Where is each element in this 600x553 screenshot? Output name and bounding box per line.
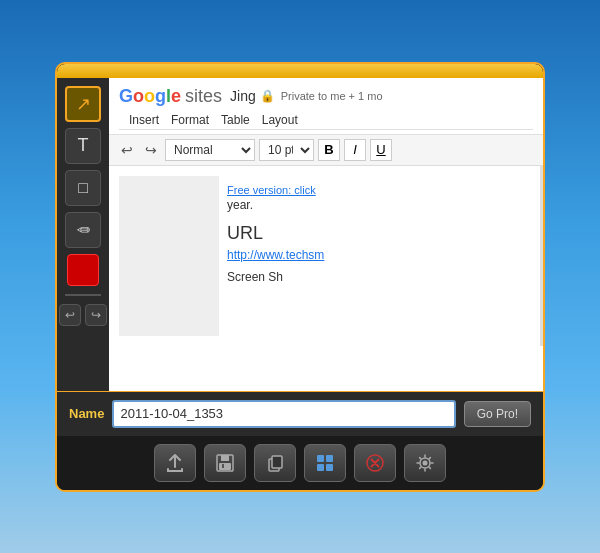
year-text: year. (227, 196, 525, 215)
main-area: ↗ T □ ✏ ↩ ↪ Google sites Jing 🔒 (57, 78, 543, 391)
url-link[interactable]: http://www.techsm (227, 248, 525, 262)
format-dropdown[interactable]: Normal (165, 139, 255, 161)
free-version-link[interactable]: Free version: click (227, 184, 525, 196)
rectangle-tool-button[interactable]: □ (65, 170, 101, 206)
editor-content: Free version: click year. URL http://www… (109, 166, 543, 346)
sites-label: sites (185, 86, 222, 107)
sites-nav: Insert Format Table Layout (119, 111, 533, 130)
copy-button[interactable] (254, 444, 296, 482)
text-tool-button[interactable]: T (65, 128, 101, 164)
svg-rect-1 (221, 455, 229, 461)
url-heading: URL (227, 223, 525, 244)
upload-button[interactable] (154, 444, 196, 482)
editor-toolbar: ↩ ↪ Normal 10 pt B I U (109, 135, 543, 166)
lock-icon: 🔒 (260, 89, 275, 103)
name-label: Name (69, 406, 104, 421)
undo-redo-group: ↩ ↪ (59, 304, 107, 326)
sidebar-area (119, 176, 219, 336)
redo-editor-button[interactable]: ↪ (141, 140, 161, 160)
jing-label: Jing (230, 88, 256, 104)
private-text: Private to me + 1 mo (281, 90, 383, 102)
font-size-dropdown[interactable]: 10 pt (259, 139, 314, 161)
scroll-indicator (540, 166, 543, 346)
jing-window: ↗ T □ ✏ ↩ ↪ Google sites Jing 🔒 (55, 62, 545, 492)
go-pro-button[interactable]: Go Pro! (464, 401, 531, 427)
svg-rect-2 (219, 463, 231, 470)
settings-button[interactable] (404, 444, 446, 482)
left-toolbar: ↗ T □ ✏ ↩ ↪ (57, 78, 109, 391)
svg-rect-9 (326, 464, 333, 471)
google-logo: Google (119, 86, 181, 107)
name-input[interactable] (112, 400, 455, 428)
toolbar-divider (65, 294, 101, 296)
redo-button[interactable]: ↪ (85, 304, 107, 326)
close-button[interactable] (354, 444, 396, 482)
nav-layout[interactable]: Layout (262, 113, 298, 127)
underline-button[interactable]: U (370, 139, 392, 161)
color-picker-button[interactable] (67, 254, 99, 286)
undo-editor-button[interactable]: ↩ (117, 140, 137, 160)
svg-rect-5 (272, 456, 282, 468)
nav-format[interactable]: Format (171, 113, 209, 127)
content-area: Google sites Jing 🔒 Private to me + 1 mo… (109, 78, 543, 391)
sites-header: Google sites Jing 🔒 Private to me + 1 mo… (109, 78, 543, 135)
italic-button[interactable]: I (344, 139, 366, 161)
grid-button[interactable] (304, 444, 346, 482)
main-content: Free version: click year. URL http://www… (219, 176, 533, 336)
title-bar (57, 64, 543, 78)
highlight-tool-button[interactable]: ✏ (65, 212, 101, 248)
svg-rect-7 (326, 455, 333, 462)
save-button[interactable] (204, 444, 246, 482)
svg-rect-6 (317, 455, 324, 462)
sites-title-row: Google sites Jing 🔒 Private to me + 1 mo (119, 86, 533, 107)
arrow-tool-button[interactable]: ↗ (65, 86, 101, 122)
action-bar (57, 436, 543, 490)
undo-button[interactable]: ↩ (59, 304, 81, 326)
svg-point-11 (423, 460, 428, 465)
nav-insert[interactable]: Insert (129, 113, 159, 127)
svg-rect-8 (317, 464, 324, 471)
svg-rect-3 (222, 464, 224, 468)
nav-table[interactable]: Table (221, 113, 250, 127)
name-bar: Name Go Pro! (57, 391, 543, 436)
bold-button[interactable]: B (318, 139, 340, 161)
editor-body: Free version: click year. URL http://www… (119, 176, 533, 336)
screen-sh-text: Screen Sh (227, 268, 525, 287)
